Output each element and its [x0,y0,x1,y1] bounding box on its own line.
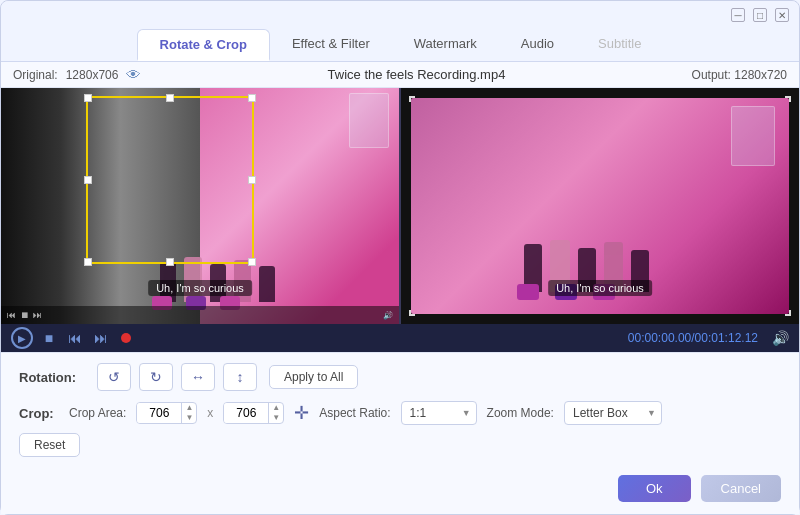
video-area: Uh, I'm so curious ⏮ ⏹ ⏭ 🔊 [1,88,799,324]
controls-area: Rotation: ↺ ↻ ↔ ↕ Apply to All Crop: Cro… [1,352,799,465]
record-indicator [121,333,131,343]
reset-button[interactable]: Reset [19,433,80,457]
crop-height-input[interactable] [224,403,268,423]
close-button[interactable]: ✕ [775,8,789,22]
crop-handle-tl[interactable] [84,94,92,102]
timeline-bar: ▶ ■ ⏮ ⏭ 00:00:00.00/00:01:12.12 🔊 [1,324,799,352]
play-button[interactable]: ▶ [11,327,33,349]
video-panel-left: Uh, I'm so curious ⏮ ⏹ ⏭ 🔊 [1,88,399,324]
subtitle-right: Uh, I'm so curious [548,280,652,296]
filename: Twice the feels Recording.mp4 [328,67,506,82]
eye-icon[interactable]: 👁 [126,66,141,83]
crop-area-label: Crop Area: [69,406,126,420]
crop-label: Crop: [19,406,59,421]
cancel-button[interactable]: Cancel [701,475,781,502]
footer-bar: Ok Cancel [1,465,799,514]
apply-to-all-button[interactable]: Apply to All [269,365,358,389]
original-label: Original: [13,68,58,82]
output-label: Output: [692,68,731,82]
tab-audio[interactable]: Audio [499,29,576,61]
aspect-ratio-label: Aspect Ratio: [319,406,390,420]
tab-subtitle: Subtitle [576,29,663,61]
aspect-ratio-select-wrap: 1:1 16:9 4:3 Original Custom ▼ [401,401,477,425]
crop-row: Crop: Crop Area: ▲ ▼ x ▲ ▼ ✛ Aspect Rati… [19,401,781,425]
minimize-button[interactable]: ─ [731,8,745,22]
rotation-row: Rotation: ↺ ↻ ↔ ↕ Apply to All [19,363,781,391]
flip-vertical-button[interactable]: ↕ [223,363,257,391]
original-res: 1280x706 [66,68,119,82]
crop-handle-br[interactable] [248,258,256,266]
tab-effect-filter[interactable]: Effect & Filter [270,29,392,61]
crop-box[interactable] [86,96,254,264]
timeline-time: 00:00:00.00/00:01:12.12 [628,331,758,345]
crop-handle-tr[interactable] [248,94,256,102]
rotate-clockwise-button[interactable]: ↻ [139,363,173,391]
aspect-ratio-select[interactable]: 1:1 16:9 4:3 Original Custom [401,401,477,425]
tab-watermark[interactable]: Watermark [392,29,499,61]
title-bar: ─ □ ✕ [1,1,799,29]
crop-height-up-arrow[interactable]: ▲ [269,403,283,413]
flip-horizontal-button[interactable]: ↔ [181,363,215,391]
x-separator: x [207,406,213,420]
info-bar: Original: 1280x706 👁 Twice the feels Rec… [1,62,799,88]
next-frame-button[interactable]: ⏭ [91,328,111,348]
reset-row: Reset [19,433,781,457]
crop-width-input[interactable] [137,403,181,423]
volume-icon[interactable]: 🔊 [772,330,789,346]
crop-handle-b[interactable] [166,258,174,266]
crop-handle-l[interactable] [84,176,92,184]
subtitle-left: Uh, I'm so curious [148,280,252,296]
crop-handle-bl[interactable] [84,258,92,266]
output-res: 1280x720 [734,68,787,82]
zoom-mode-select[interactable]: Letter Box Pan & Scan Full [564,401,662,425]
crop-width-up-arrow[interactable]: ▲ [182,403,196,413]
video-panel-right: Uh, I'm so curious [401,88,799,324]
maximize-button[interactable]: □ [753,8,767,22]
rotate-counterclockwise-button[interactable]: ↺ [97,363,131,391]
rotation-label: Rotation: [19,370,89,385]
crop-handle-r[interactable] [248,176,256,184]
tab-rotate-crop[interactable]: Rotate & Crop [137,29,270,61]
tab-bar: Rotate & Crop Effect & Filter Watermark … [1,29,799,62]
prev-frame-button[interactable]: ⏮ [65,328,85,348]
zoom-mode-label: Zoom Mode: [487,406,554,420]
crop-width-input-wrap: ▲ ▼ [136,402,197,424]
crop-center-icon[interactable]: ✛ [294,402,309,424]
crop-height-input-wrap: ▲ ▼ [223,402,284,424]
crop-height-down-arrow[interactable]: ▼ [269,413,283,423]
crop-handle-t[interactable] [166,94,174,102]
zoom-mode-select-wrap: Letter Box Pan & Scan Full ▼ [564,401,662,425]
ok-button[interactable]: Ok [618,475,691,502]
stop-button[interactable]: ■ [39,328,59,348]
crop-width-down-arrow[interactable]: ▼ [182,413,196,423]
